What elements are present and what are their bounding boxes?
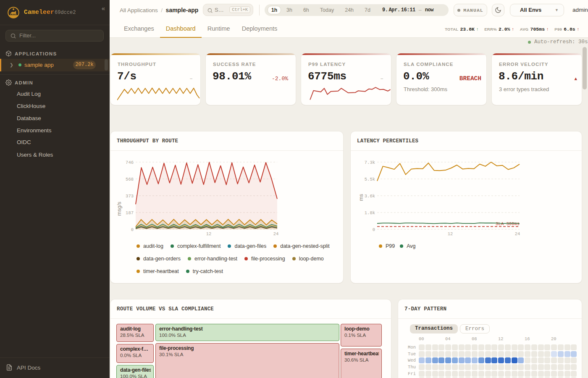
svg-text:ms: ms <box>358 194 364 201</box>
svg-text:12: 12 <box>206 231 212 236</box>
svg-text:12: 12 <box>448 231 453 236</box>
svg-text:3.6k: 3.6k <box>365 194 375 199</box>
svg-text:373: 373 <box>126 194 134 199</box>
svg-text:568: 568 <box>126 177 134 182</box>
svg-text:msg/s: msg/s <box>116 202 122 215</box>
svg-text:1.8k: 1.8k <box>365 210 375 215</box>
svg-text:746: 746 <box>126 160 134 165</box>
svg-text:187: 187 <box>126 210 134 215</box>
svg-text:24: 24 <box>515 231 520 236</box>
svg-text:0: 0 <box>131 227 134 232</box>
svg-text:SLA 300ms: SLA 300ms <box>496 221 520 226</box>
svg-text:7.3k: 7.3k <box>365 160 375 165</box>
svg-text:24: 24 <box>273 231 279 236</box>
svg-text:5.5k: 5.5k <box>365 177 375 182</box>
svg-text:0: 0 <box>373 227 375 232</box>
